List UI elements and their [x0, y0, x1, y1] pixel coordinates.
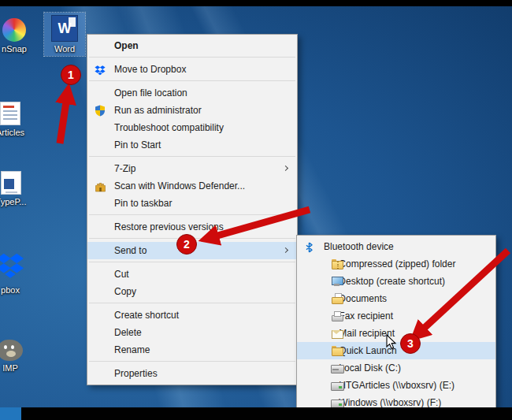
menu-item-label: Documents	[339, 293, 387, 304]
desktop-icon-word[interactable]: W Word	[44, 13, 85, 56]
menu-item-pin-to-start[interactable]: Pin to Start	[87, 136, 297, 154]
menu-item-label: Open	[114, 40, 139, 51]
desktop-icon-label: pbox	[1, 285, 20, 295]
screenshot-top-border	[0, 0, 512, 6]
menu-separator	[89, 361, 295, 362]
menu-item-label: Copy	[114, 286, 136, 297]
gimp-icon	[0, 340, 23, 361]
menu-item-cut[interactable]: Cut	[87, 266, 297, 283]
step-2-badge: 2	[176, 234, 197, 255]
menu-separator	[89, 80, 295, 81]
menu-item-properties[interactable]: Properties	[87, 365, 297, 382]
fax-icon	[331, 310, 343, 322]
step-3-badge: 3	[400, 333, 421, 354]
menu-item-label: Desktop (create shortcut)	[339, 276, 445, 287]
desktop-icon-label: IMP	[2, 363, 18, 373]
sendto-item-compressed-folder[interactable]: Compressed (zipped) folder	[297, 255, 495, 273]
sendto-item-bluetooth-device[interactable]: Bluetooth device	[297, 238, 495, 255]
sendto-item-desktop-shortcut[interactable]: Desktop (create shortcut)	[297, 273, 495, 290]
menu-item-label: Scan with Windows Defender...	[114, 180, 245, 191]
desktop-icon-label: nSnap	[2, 44, 27, 54]
desktop-icon-label: Word	[54, 44, 75, 54]
desktop-icon-gimp[interactable]: IMP	[0, 337, 32, 375]
menu-item-label: Create shortcut	[114, 310, 179, 321]
mail-icon	[331, 328, 343, 340]
context-menu: Open Move to Dropbox Open file location …	[87, 34, 298, 385]
menu-item-7zip[interactable]: 7-Zip	[87, 160, 297, 177]
bluetooth-icon	[304, 241, 317, 253]
start-button[interactable]	[0, 407, 21, 420]
menu-item-pin-to-taskbar[interactable]: Pin to taskbar	[87, 195, 297, 212]
zip-folder-icon	[331, 258, 343, 270]
menu-item-label: HTGArticles (\\vboxsrv) (E:)	[339, 380, 454, 391]
menu-item-label: Move to Dropbox	[114, 64, 186, 75]
menu-item-label: Windows (\\vboxsrv) (F:)	[339, 397, 441, 408]
send-to-submenu: Bluetooth device Compressed (zipped) fol…	[296, 235, 496, 414]
desktop-icon-label: TypeP...	[0, 197, 26, 206]
uac-shield-icon	[95, 105, 107, 117]
dropbox-icon	[95, 64, 107, 76]
word-icon: W	[51, 15, 78, 42]
menu-item-label: Local Disk (C:)	[339, 362, 401, 374]
submenu-arrow-icon	[283, 247, 288, 253]
folder-icon	[331, 345, 343, 357]
menu-item-scan-with-windows-defender[interactable]: Scan with Windows Defender...	[87, 177, 297, 195]
menu-item-label: Compressed (zipped) folder	[339, 258, 455, 269]
sendto-item-fax-recipient[interactable]: Fax recipient	[297, 307, 495, 325]
menu-separator	[89, 214, 295, 215]
menu-item-label: 7-Zip	[114, 163, 135, 174]
menu-item-copy[interactable]: Copy	[87, 283, 297, 300]
menu-item-label: Properties	[114, 368, 158, 379]
sendto-item-documents[interactable]: Documents	[297, 290, 495, 307]
monitor-icon	[331, 276, 343, 288]
menu-item-troubleshoot-compatibility[interactable]: Troubleshoot compatibility	[87, 119, 297, 136]
document-icon	[0, 102, 20, 125]
menu-item-label: Run as administrator	[114, 105, 202, 116]
menu-item-label: Troubleshoot compatibility	[114, 122, 224, 133]
disk-icon	[331, 362, 343, 374]
menu-separator	[89, 303, 295, 303]
desktop-icon-articles[interactable]: Articles	[0, 99, 33, 139]
menu-item-label: Cut	[114, 269, 129, 280]
desktop-icon-label: Articles	[0, 128, 24, 137]
dropbox-icon	[0, 253, 24, 283]
menu-item-label: Fax recipient	[339, 310, 393, 322]
menu-item-move-to-dropbox[interactable]: Move to Dropbox	[87, 61, 297, 78]
defender-icon	[95, 180, 107, 192]
desktop-icon-snap-app[interactable]: nSnap	[0, 16, 38, 56]
documents-icon	[331, 293, 343, 305]
menu-item-open[interactable]: Open	[87, 37, 297, 54]
sendto-item-quick-launch[interactable]: Quick Launch	[297, 342, 495, 359]
step-1-badge: 1	[61, 65, 81, 85]
sendto-item-local-disk-c[interactable]: Local Disk (C:)	[297, 359, 495, 377]
sendto-item-mail-recipient[interactable]: Mail recipient	[297, 325, 495, 342]
menu-item-delete[interactable]: Delete	[87, 324, 297, 341]
menu-item-restore-previous-versions[interactable]: Restore previous versions	[87, 218, 297, 236]
menu-item-label: Send to	[114, 245, 147, 256]
sendto-item-htgarticles-e[interactable]: HTGArticles (\\vboxsrv) (E:)	[297, 377, 495, 394]
desktop-icon-typep[interactable]: TypeP...	[0, 169, 33, 209]
menu-item-open-file-location[interactable]: Open file location	[87, 84, 297, 102]
menu-separator	[89, 262, 295, 262]
menu-item-rename[interactable]: Rename	[87, 341, 297, 359]
snap-app-icon	[2, 18, 26, 42]
menu-item-run-as-administrator[interactable]: Run as administrator	[87, 102, 297, 119]
word-logo-letter: W	[58, 21, 72, 35]
menu-item-label: Delete	[114, 327, 142, 338]
menu-item-label: Mail recipient	[339, 328, 395, 339]
submenu-arrow-icon	[283, 165, 288, 171]
desktop-icon-dropbox[interactable]: pbox	[0, 251, 35, 297]
menu-item-label: Pin to taskbar	[114, 198, 172, 209]
taskbar	[0, 407, 512, 420]
menu-item-label: Restore previous versions	[114, 221, 224, 232]
word-document-icon	[1, 171, 21, 195]
network-drive-icon	[331, 380, 343, 392]
menu-item-create-shortcut[interactable]: Create shortcut	[87, 307, 297, 324]
menu-item-label: Open file location	[114, 87, 187, 98]
menu-item-label: Bluetooth device	[324, 241, 394, 252]
menu-item-label: Quick Launch	[339, 345, 396, 356]
menu-item-label: Pin to Start	[114, 139, 161, 151]
menu-separator	[89, 156, 295, 157]
menu-item-label: Rename	[114, 344, 150, 355]
menu-separator	[89, 57, 295, 58]
